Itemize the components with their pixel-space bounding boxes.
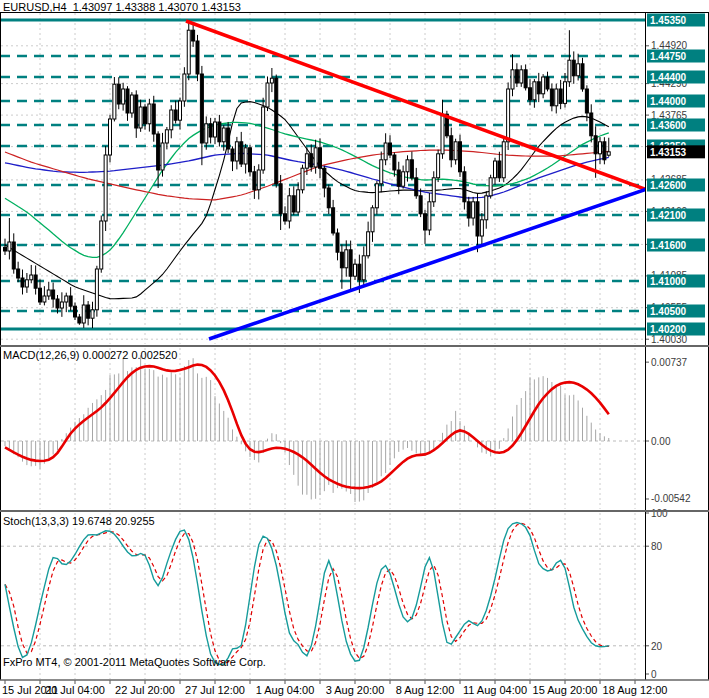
candle [585, 89, 588, 113]
price-level-label: 1.41000 [650, 276, 687, 287]
candle [463, 172, 466, 202]
stoch-indicator-label: Stoch(13,3,3) 19.6748 20.9255 [3, 515, 155, 527]
candle [572, 60, 575, 76]
price-level-label: 1.41600 [650, 240, 687, 251]
candle [345, 250, 348, 268]
date-label: 1 Aug 04:00 [256, 684, 315, 696]
candle [65, 296, 68, 302]
candle [8, 242, 11, 251]
candle [196, 41, 199, 74]
candle [354, 264, 357, 276]
candle [555, 89, 558, 106]
candle [266, 83, 269, 107]
candle [419, 196, 422, 214]
candle [305, 154, 308, 168]
candle [432, 178, 435, 202]
candle [332, 208, 335, 233]
candle [323, 168, 326, 188]
candle [192, 30, 195, 41]
candle [568, 60, 571, 82]
candle [524, 70, 527, 88]
candle [375, 184, 378, 208]
candle [253, 172, 256, 190]
candle [165, 130, 168, 143]
candle [231, 149, 234, 161]
candle [498, 161, 501, 178]
price-level-label: 1.44750 [650, 51, 687, 62]
candle [240, 142, 243, 164]
stoch-tick-label: 20 [651, 641, 663, 652]
candle [218, 122, 221, 142]
candle [288, 196, 291, 221]
candle [489, 178, 492, 196]
chart-title-ohlc: EURUSD,H4 1.43097 1.43388 1.43070 1.4315… [3, 1, 241, 13]
candle [126, 89, 129, 113]
candle [56, 299, 59, 308]
candle [262, 107, 265, 170]
candle [21, 278, 24, 287]
candle [78, 317, 81, 323]
candle [590, 113, 593, 136]
candle [410, 160, 413, 178]
candle [95, 269, 98, 310]
candle [362, 256, 365, 280]
candle [367, 232, 370, 256]
candle [511, 70, 514, 89]
candle [393, 155, 396, 170]
candle [74, 306, 77, 317]
candle [227, 128, 230, 149]
price-level-label: 1.43600 [650, 120, 687, 131]
candle [91, 310, 94, 318]
candle [607, 152, 610, 155]
price-level-label: 1.44000 [650, 96, 687, 107]
date-label: 20 Jul 04:00 [45, 684, 105, 696]
candle [603, 142, 606, 160]
candle [152, 104, 155, 134]
candle [214, 122, 217, 137]
candle [371, 208, 374, 232]
candle [4, 247, 7, 251]
candle [200, 74, 203, 143]
candle [284, 214, 287, 221]
date-label: 27 Jul 12:00 [185, 684, 245, 696]
candle [209, 124, 212, 137]
candle [275, 78, 278, 184]
candle [467, 202, 470, 218]
candle [599, 142, 602, 154]
candle [424, 214, 427, 230]
macd-tick-label: 0.00 [651, 436, 671, 447]
candle [336, 233, 339, 252]
candle [428, 202, 431, 230]
candle [244, 148, 247, 164]
candle [594, 136, 597, 154]
price-level-label: 1.44400 [650, 72, 687, 83]
candle [60, 302, 63, 308]
candle [537, 82, 540, 94]
candle [117, 84, 120, 104]
candle [310, 154, 313, 167]
candle [480, 220, 483, 236]
date-label: 11 Aug 04:00 [463, 684, 527, 696]
candle [459, 142, 462, 172]
candle [384, 143, 387, 160]
candle [222, 128, 225, 142]
candle [472, 202, 475, 218]
macd-indicator-label: MACD(12,26,9) 0.000272 0.002520 [3, 349, 177, 361]
candle [319, 148, 322, 168]
date-label: 18 Aug 12:00 [603, 684, 668, 696]
candle [17, 269, 20, 278]
macd-tick-label: 0.00737 [651, 357, 688, 368]
copyright-footer: FxPro MT4, © 2001-2011 MetaQuotes Softwa… [3, 656, 266, 668]
candle [397, 170, 400, 186]
candle [157, 134, 160, 170]
candle [292, 196, 295, 212]
candle [546, 77, 549, 89]
candle [559, 89, 562, 103]
price-level-label: 1.40500 [650, 306, 687, 317]
candle [577, 64, 580, 76]
candle [113, 84, 116, 119]
candle [529, 88, 532, 100]
candle [402, 172, 405, 186]
candle [502, 142, 505, 178]
price-level-label: 1.40200 [650, 324, 687, 335]
